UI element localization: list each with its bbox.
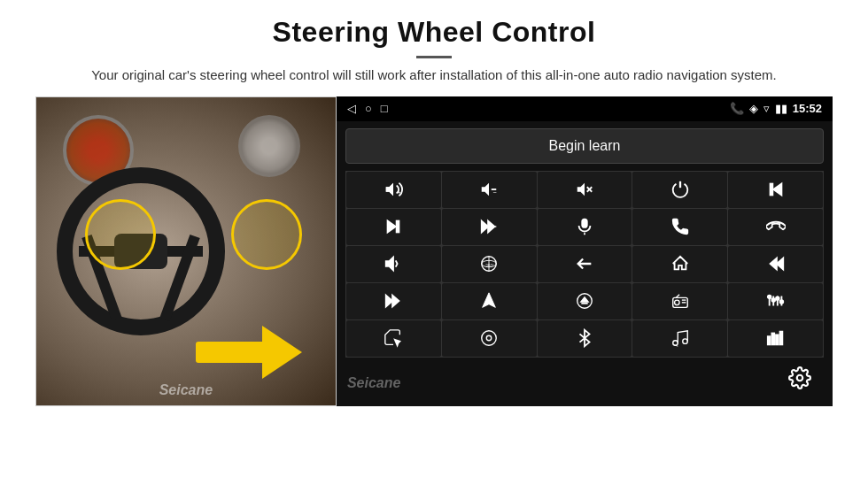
svg-point-50 <box>797 374 803 381</box>
button-highlight-left <box>85 199 156 270</box>
hang-up-button[interactable] <box>728 209 823 245</box>
svg-rect-49 <box>779 332 782 345</box>
rewind-button[interactable] <box>728 246 823 282</box>
svg-text:+: + <box>398 189 401 196</box>
fast-forward-button[interactable] <box>346 283 441 319</box>
status-bar: ◁ ○ □ 📞 ◈ ▿ ▮▮ 15:52 <box>337 96 833 121</box>
recents-nav-icon[interactable]: □ <box>381 102 388 115</box>
location-icon: ◈ <box>749 102 758 115</box>
svg-point-27 <box>674 300 679 305</box>
navigation-button[interactable] <box>442 283 537 319</box>
svg-rect-46 <box>767 336 770 344</box>
title-section: Steering Wheel Control Your original car… <box>35 16 833 86</box>
eject-button[interactable] <box>538 283 632 319</box>
svg-point-41 <box>779 300 783 304</box>
settings-gear-button[interactable] <box>788 366 811 394</box>
360-view-button[interactable]: 360° <box>442 246 537 282</box>
svg-rect-13 <box>582 219 587 227</box>
vol-up-button[interactable]: + <box>346 172 441 208</box>
home-nav-icon[interactable]: ○ <box>365 102 372 115</box>
vol-down-button[interactable]: − <box>442 172 537 208</box>
back-button[interactable] <box>538 246 632 282</box>
svg-marker-10 <box>482 221 488 233</box>
control-grid: + − <box>345 171 824 358</box>
svg-marker-23 <box>483 293 496 308</box>
button-highlight-right <box>231 199 302 270</box>
svg-rect-48 <box>776 335 779 344</box>
statusbar-nav-icons: ◁ ○ □ <box>347 102 388 115</box>
custom-button[interactable] <box>346 320 441 357</box>
svg-marker-20 <box>770 258 776 270</box>
svg-point-40 <box>776 296 779 300</box>
image-watermark: Seicane <box>159 382 213 398</box>
svg-marker-22 <box>392 296 399 307</box>
svg-point-42 <box>482 331 497 346</box>
begin-learn-button[interactable]: Begin learn <box>345 128 824 164</box>
back-nav-icon[interactable]: ◁ <box>347 102 356 115</box>
brand-watermark: Seicane <box>347 375 400 391</box>
power-button[interactable] <box>632 172 727 208</box>
svg-point-38 <box>767 296 771 299</box>
svg-point-45 <box>683 339 688 344</box>
android-panel: ◁ ○ □ 📞 ◈ ▿ ▮▮ 15:52 Begin learn <box>337 96 833 406</box>
page-container: Steering Wheel Control Your original car… <box>0 0 868 485</box>
svg-text:−: − <box>493 189 497 196</box>
svg-point-39 <box>771 298 775 302</box>
equalizer-button[interactable] <box>728 283 823 319</box>
svg-marker-6 <box>773 184 781 196</box>
prev-track-button[interactable] <box>728 172 823 208</box>
radio-button[interactable] <box>632 283 727 319</box>
svg-marker-11 <box>488 221 494 233</box>
settings-circle-button[interactable] <box>442 320 537 357</box>
steering-wheel-image: Seicane <box>35 96 337 406</box>
speaker-button[interactable] <box>346 246 441 282</box>
gauge-right <box>238 115 300 177</box>
arrow-head <box>262 326 302 379</box>
statusbar-right-icons: 📞 ◈ ▿ ▮▮ 15:52 <box>730 102 822 115</box>
wifi-icon: ▿ <box>763 102 770 115</box>
microphone-button[interactable] <box>538 209 632 245</box>
fast-fwd-skip-button[interactable] <box>442 209 537 245</box>
arrow-indicator <box>196 326 302 379</box>
sound-bars-button[interactable] <box>728 320 823 357</box>
svg-rect-9 <box>397 221 399 233</box>
skip-forward-button[interactable] <box>346 209 441 245</box>
page-title: Steering Wheel Control <box>35 16 833 49</box>
bluetooth-button[interactable] <box>538 320 632 357</box>
content-row: Seicane ◁ ○ □ 📞 ◈ ▿ ▮▮ 15:52 <box>35 96 833 406</box>
arrow-shaft <box>196 342 267 363</box>
title-divider <box>416 56 452 58</box>
begin-learn-row: Begin learn <box>337 121 833 171</box>
svg-marker-19 <box>776 258 782 270</box>
vol-mute-button[interactable] <box>538 172 632 208</box>
svg-marker-21 <box>386 296 392 307</box>
svg-text:360°: 360° <box>485 264 494 268</box>
svg-rect-47 <box>771 334 774 345</box>
home-button[interactable] <box>632 246 727 282</box>
battery-icon: ▮▮ <box>775 102 787 115</box>
music-button[interactable] <box>632 320 727 357</box>
phone-signal-icon: 📞 <box>730 102 744 115</box>
page-subtitle: Your original car's steering wheel contr… <box>80 65 788 86</box>
clock: 15:52 <box>793 102 822 115</box>
bottom-row: Seicane <box>337 365 833 406</box>
svg-marker-8 <box>388 221 396 233</box>
svg-rect-7 <box>770 184 772 196</box>
svg-point-43 <box>486 335 492 341</box>
phone-button[interactable] <box>632 209 727 245</box>
